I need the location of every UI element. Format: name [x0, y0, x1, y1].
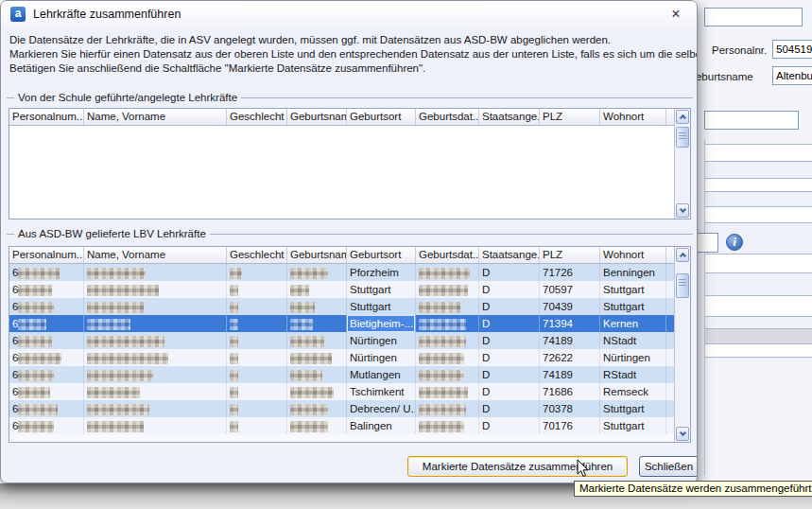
column-header[interactable]: Geburtsname — [287, 247, 347, 263]
scrollbar-thumb[interactable] — [676, 273, 689, 298]
column-header[interactable]: Geschlecht — [227, 109, 287, 125]
table-cell[interactable]: RStadt — [600, 366, 666, 383]
table-cell[interactable]: 6 — [9, 264, 84, 281]
table-row[interactable]: 6Bietigheim-...D71394Kernen — [9, 315, 676, 332]
table-cell[interactable]: 71726 — [540, 264, 600, 281]
table-cell[interactable]: Stuttgart — [600, 417, 666, 434]
column-header[interactable]: Geburtsdat... — [416, 247, 479, 263]
table-row[interactable]: 6BalingenD70176Stuttgart — [9, 417, 676, 434]
table-cell[interactable] — [287, 281, 347, 298]
table-cell[interactable]: Benningen — [600, 264, 666, 281]
table-cell[interactable] — [227, 264, 287, 281]
table-row[interactable]: 6StuttgartD70439Stuttgart — [9, 298, 676, 315]
table-cell[interactable]: Kernen — [600, 315, 666, 332]
close-icon[interactable]: × — [666, 5, 685, 24]
table-cell[interactable]: D — [479, 298, 540, 315]
table-cell[interactable] — [287, 383, 347, 400]
table-cell[interactable] — [84, 366, 227, 383]
table-cell[interactable] — [416, 264, 479, 281]
table-cell[interactable]: Bietigheim-... — [347, 315, 416, 332]
table-cell[interactable] — [227, 383, 287, 400]
table-cell[interactable] — [287, 264, 347, 281]
table-cell[interactable] — [287, 332, 347, 349]
table-cell[interactable] — [287, 349, 347, 366]
table-cell[interactable]: 6 — [9, 366, 84, 383]
table-cell[interactable]: 70176 — [540, 417, 600, 434]
table-cell[interactable] — [416, 383, 479, 400]
column-header[interactable]: Staatsange... — [479, 247, 540, 263]
table-row[interactable]: SLBV, SiggiMHanebüchen01.04.2000D — [9, 126, 676, 143]
table-cell[interactable]: Tschimkent — [347, 383, 416, 400]
table-cell[interactable]: 6 — [9, 349, 84, 366]
column-header[interactable]: Wohnort — [600, 247, 666, 263]
table-cell[interactable] — [287, 315, 347, 332]
table-cell[interactable]: Stuttgart — [600, 400, 666, 417]
table-cell[interactable]: 70439 — [540, 298, 600, 315]
table-cell[interactable] — [287, 366, 347, 383]
table-cell[interactable]: SLBV, Siggi — [84, 126, 227, 143]
table-cell[interactable] — [227, 332, 287, 349]
table-row[interactable]: 6NürtingenD74189NStadt — [9, 332, 676, 349]
table-cell[interactable]: Debrecen/ U... — [347, 400, 416, 417]
table-cell[interactable] — [416, 332, 479, 349]
table-row[interactable]: 6MutlangenD74189RStadt — [9, 366, 676, 383]
table-cell[interactable]: Mutlangen — [347, 366, 416, 383]
table-cell[interactable]: Remseck — [600, 383, 666, 400]
column-header[interactable]: Personalnum... — [9, 109, 84, 125]
background-text-field[interactable] — [704, 8, 803, 26]
table-cell[interactable]: Pforzheim — [347, 264, 416, 281]
table-cell[interactable] — [540, 126, 600, 143]
table-cell[interactable]: 70378 — [540, 400, 600, 417]
table-cell[interactable] — [416, 366, 479, 383]
scroll-down-icon[interactable] — [676, 427, 689, 441]
background-text-field[interactable] — [704, 111, 799, 130]
table-cell[interactable] — [84, 315, 227, 332]
scroll-up-icon[interactable] — [676, 248, 689, 262]
table-cell[interactable]: 6 — [9, 332, 84, 349]
table-cell[interactable] — [227, 298, 287, 315]
table-cell[interactable] — [416, 315, 479, 332]
column-header[interactable]: PLZ — [540, 247, 600, 263]
column-header[interactable]: Name, Vorname — [84, 247, 227, 263]
table-cell[interactable]: 70597 — [540, 281, 600, 298]
table-row[interactable]: 6PforzheimD71726Benningen — [9, 264, 676, 281]
column-header[interactable]: Personalnum... — [9, 247, 84, 263]
table-cell[interactable]: D — [479, 400, 540, 417]
table-cell[interactable]: Nürtingen — [347, 349, 416, 366]
table-cell[interactable]: 6 — [9, 383, 84, 400]
table-cell[interactable]: Nürtingen — [347, 332, 416, 349]
table-cell[interactable] — [84, 400, 227, 417]
table-cell[interactable]: D — [479, 383, 540, 400]
table-cell[interactable]: 74189 — [540, 366, 600, 383]
table-cell[interactable] — [84, 332, 227, 349]
table-row[interactable]: 6Debrecen/ U...D70378Stuttgart — [9, 400, 676, 417]
table-cell[interactable] — [84, 349, 227, 366]
table-cell[interactable]: M — [227, 126, 287, 143]
table-cell[interactable]: D — [479, 417, 540, 434]
table-row[interactable]: 6StuttgartD70597Stuttgart — [9, 281, 676, 298]
column-header[interactable]: Wohnort — [600, 109, 666, 125]
info-icon[interactable]: i — [726, 234, 743, 251]
table-cell[interactable] — [287, 126, 347, 143]
table-cell[interactable] — [84, 264, 227, 281]
dialog-titlebar[interactable]: a Lehrkräfte zusammenführen × — [1, 1, 697, 27]
table-cell[interactable]: 01.04.2000 — [416, 126, 479, 143]
table-cell[interactable] — [416, 417, 479, 434]
table-cell[interactable]: D — [479, 281, 540, 298]
table-cell[interactable]: D — [479, 126, 540, 143]
column-header[interactable]: Geburtsort — [347, 247, 416, 263]
table-cell[interactable]: 74189 — [540, 332, 600, 349]
table-cell[interactable] — [84, 383, 227, 400]
column-header[interactable]: Staatsange... — [479, 109, 540, 125]
column-header[interactable]: Geburtsname — [287, 109, 347, 125]
table-cell[interactable] — [227, 315, 287, 332]
table-cell[interactable]: Stuttgart — [347, 298, 416, 315]
scroll-up-icon[interactable] — [676, 110, 689, 124]
table-cell[interactable] — [84, 281, 227, 298]
table-cell[interactable]: 71394 — [540, 315, 600, 332]
table-cell[interactable]: D — [479, 349, 540, 366]
table-cell[interactable] — [227, 400, 287, 417]
table-cell[interactable] — [416, 281, 479, 298]
table-cell[interactable]: 71686 — [540, 383, 600, 400]
table-cell[interactable]: 72622 — [540, 349, 600, 366]
